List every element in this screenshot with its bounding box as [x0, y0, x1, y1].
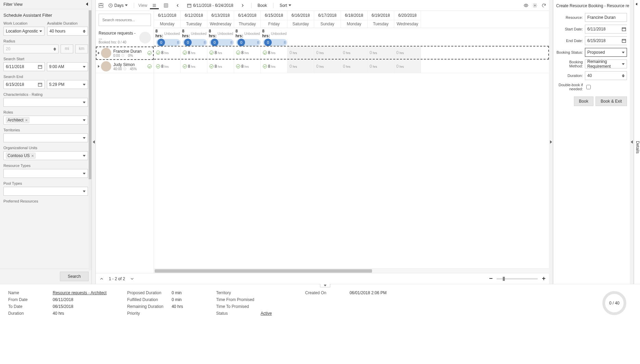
- horizontal-scrollbar[interactable]: [154, 268, 549, 273]
- book-confirm-button[interactable]: Book: [574, 96, 593, 106]
- schedule-cell[interactable]: 8 hrs: [207, 60, 234, 73]
- sort-button[interactable]: Sort: [278, 2, 293, 9]
- refresh-icon[interactable]: [541, 3, 546, 8]
- schedule-cell[interactable]: 8 hrs: [261, 47, 287, 59]
- pager-text: 1 - 2 of 2: [109, 276, 125, 281]
- schedule-cell[interactable]: 0 hrs: [287, 47, 314, 59]
- allocation-bar[interactable]: 08: [156, 39, 180, 46]
- grid-view-button[interactable]: [162, 2, 170, 9]
- remove-pill-icon[interactable]: ✕: [31, 154, 34, 158]
- schedule-cell[interactable]: 0 hrs: [368, 47, 394, 59]
- booking-start-input[interactable]: 6/11/2018: [585, 25, 627, 34]
- territories-select[interactable]: [3, 133, 88, 142]
- schedule-cell[interactable]: 8 hrs: [154, 47, 181, 59]
- schedule-cell[interactable]: 0 hrs: [314, 60, 341, 73]
- toolbar: + Days View 6/11/2018 - 6/24/2018 Book S…: [96, 0, 549, 11]
- booking-method-select[interactable]: Remaining Requirement: [585, 60, 627, 68]
- schedule-cell[interactable]: 8 hrs: [234, 47, 261, 59]
- org-units-select[interactable]: Contoso US✕: [3, 151, 88, 160]
- booking-end-input[interactable]: 6/15/2018: [585, 36, 627, 45]
- date-range-picker[interactable]: 6/11/2018 - 6/24/2018: [185, 2, 235, 9]
- schedule-cell[interactable]: 8 hrs: [261, 60, 287, 73]
- requirement-link[interactable]: Resource requests - Architect: [53, 290, 106, 295]
- resource-row[interactable]: Francine Duran 0:00 0%: [96, 47, 154, 60]
- book-button[interactable]: Book: [256, 2, 269, 9]
- date-column-header: 6/13/2018Wednesday: [207, 11, 234, 28]
- date-column-header: 6/14/2018Thursday: [234, 11, 261, 28]
- details-tab[interactable]: Details: [634, 0, 640, 284]
- date-column-header: 6/11/2018Monday: [154, 11, 181, 28]
- schedule-cell[interactable]: 0 hrs: [394, 47, 421, 59]
- schedule-cell[interactable]: 8 hrs: [207, 47, 234, 59]
- svg-point-8: [525, 5, 527, 6]
- filter-scrollbar[interactable]: [89, 10, 91, 270]
- search-start-date[interactable]: 6/11/2018: [3, 62, 45, 71]
- allocation-bar[interactable]: 08: [183, 39, 207, 46]
- date-column-header: 6/12/2018Tuesday: [181, 11, 207, 28]
- schedule-cell[interactable]: 8 hrs: [181, 60, 207, 73]
- allocation-bar[interactable]: 08: [236, 39, 260, 46]
- details-tab-toggle[interactable]: [630, 0, 634, 284]
- resource-types-select[interactable]: [3, 169, 88, 178]
- list-view-button[interactable]: [150, 2, 159, 9]
- radius-km-toggle[interactable]: km: [75, 44, 88, 53]
- svg-text:+: +: [100, 3, 102, 5]
- zoom-in-icon[interactable]: +: [542, 275, 546, 282]
- expand-icon[interactable]: [98, 52, 100, 54]
- double-book-checkbox[interactable]: [586, 85, 591, 89]
- allocation-bar[interactable]: 08: [263, 39, 287, 46]
- schedule-cell[interactable]: 0 hrs: [314, 47, 341, 59]
- schedule-cell[interactable]: 0 hrs: [368, 60, 394, 73]
- work-location-select[interactable]: Location Agnostic: [3, 27, 44, 36]
- resource-search-input[interactable]: [102, 17, 150, 22]
- expand-rows-icon[interactable]: +: [99, 3, 103, 8]
- expand-icon[interactable]: [98, 65, 100, 68]
- radius-mi-toggle[interactable]: mi: [61, 44, 73, 53]
- pager-up-icon[interactable]: [99, 276, 104, 281]
- left-panel-toggle[interactable]: [92, 0, 96, 284]
- details-collapse-toggle[interactable]: [320, 284, 330, 287]
- search-end-time[interactable]: 5:29 PM: [47, 80, 88, 89]
- eye-icon[interactable]: [524, 3, 528, 8]
- next-range-button[interactable]: [238, 2, 247, 9]
- svg-rect-6: [164, 3, 168, 7]
- radius-input[interactable]: 20: [3, 44, 59, 53]
- resource-row[interactable]: Judy Simon 40:00 45%: [96, 60, 154, 73]
- resource-types-label: Resource Types: [3, 164, 88, 168]
- filter-panel: Filter View Schedule Assistant Filter Wo…: [0, 0, 92, 284]
- characteristics-select[interactable]: [3, 98, 88, 107]
- time-scale-select[interactable]: Days: [106, 2, 130, 9]
- schedule-cell[interactable]: 8 hrs: [154, 60, 181, 73]
- search-end-date[interactable]: 6/15/2018: [3, 80, 45, 89]
- pager-down-icon[interactable]: [130, 276, 135, 281]
- gear-icon[interactable]: [533, 3, 537, 8]
- check-icon: [183, 51, 187, 55]
- schedule-cell[interactable]: 8 hrs: [181, 47, 207, 59]
- right-panel-toggle[interactable]: [549, 0, 553, 284]
- avail-duration-input[interactable]: 40 hours: [47, 27, 88, 36]
- zoom-slider[interactable]: [497, 278, 538, 280]
- schedule-cell[interactable]: 0 hrs: [287, 60, 314, 73]
- search-start-time[interactable]: 9:00 AM: [47, 62, 88, 71]
- remove-pill-icon[interactable]: ✕: [25, 118, 28, 122]
- zoom-out-icon[interactable]: −: [489, 275, 493, 282]
- roles-select[interactable]: Architect✕: [3, 116, 88, 125]
- filter-collapse-icon[interactable]: [86, 2, 88, 7]
- status-link[interactable]: Active: [260, 311, 272, 316]
- check-icon: [263, 64, 267, 68]
- search-button[interactable]: Search: [60, 272, 89, 281]
- booking-resource-input[interactable]: Francine Duran: [585, 13, 627, 22]
- allocation-bar[interactable]: 08: [209, 39, 234, 46]
- schedule-cell[interactable]: 0 hrs: [394, 60, 421, 73]
- unbooked-strip: 8 hrs: Unbooked: [154, 28, 181, 39]
- schedule-cell[interactable]: 8 hrs: [234, 60, 261, 73]
- resource-search[interactable]: [99, 14, 151, 26]
- booking-status-select[interactable]: Proposed: [585, 48, 627, 57]
- booking-duration-input[interactable]: 40: [585, 71, 627, 80]
- schedule-cell[interactable]: 0 hrs: [341, 60, 368, 73]
- prev-range-button[interactable]: [173, 2, 182, 9]
- unbooked-strip: 8 hrs: Unbooked: [261, 28, 287, 39]
- pool-types-select[interactable]: [3, 187, 88, 196]
- schedule-cell[interactable]: 0 hrs: [341, 47, 368, 59]
- book-exit-button[interactable]: Book & Exit: [596, 96, 627, 106]
